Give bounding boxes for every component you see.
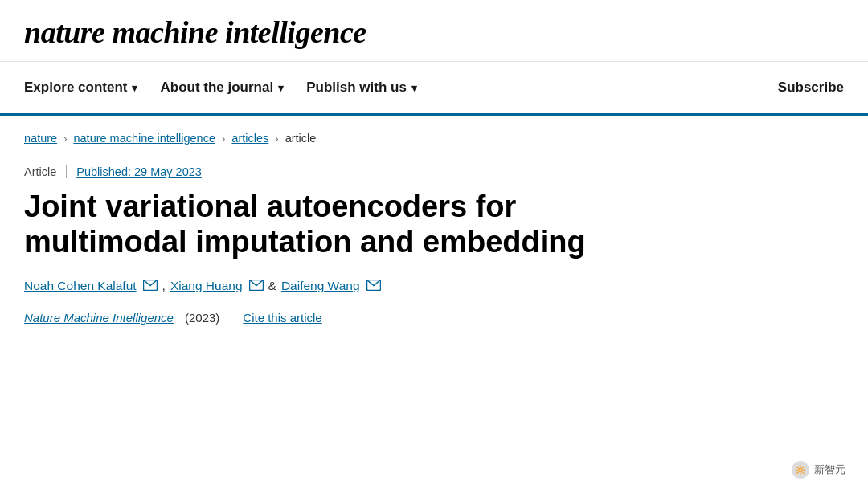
author-3-email-icon[interactable] <box>366 280 381 291</box>
author-separator-1: , <box>162 279 166 293</box>
nav-items: Explore content ▾ About the journal ▾ Pu… <box>24 62 755 113</box>
breadcrumb-nature-machine-intelligence[interactable]: nature machine intelligence <box>73 132 215 145</box>
nav-publish-with-us[interactable]: Publish with us ▾ <box>306 62 440 113</box>
citation-line: Nature Machine Intelligence (2023) Cite … <box>24 311 844 325</box>
meta-divider <box>66 165 67 178</box>
site-header: nature machine intelligence <box>0 0 868 62</box>
chevron-down-icon: ▾ <box>411 82 417 94</box>
watermark-icon: 🔆 <box>792 461 809 479</box>
author-separator-2: & <box>268 279 276 293</box>
breadcrumb: nature › nature machine intelligence › a… <box>0 116 868 153</box>
cite-divider <box>231 312 231 325</box>
citation-year: (2023) <box>185 311 219 325</box>
article-title: Joint variational autoencoders for multi… <box>24 190 683 259</box>
journal-link[interactable]: Nature Machine Intelligence <box>24 311 174 325</box>
breadcrumb-separator-2: › <box>222 133 225 145</box>
author-2-email-icon[interactable] <box>249 280 264 291</box>
watermark-text: 新智元 <box>814 463 845 477</box>
breadcrumb-separator-3: › <box>275 133 278 145</box>
nav-subscribe[interactable]: Subscribe <box>755 62 844 113</box>
author-2[interactable]: Xiang Huang <box>170 279 243 293</box>
article-type: Article <box>24 165 56 178</box>
nav-about-journal[interactable]: About the journal ▾ <box>160 62 306 113</box>
watermark: 🔆 新智元 <box>785 458 852 482</box>
nav-explore-content[interactable]: Explore content ▾ <box>24 62 160 113</box>
chevron-down-icon: ▾ <box>132 82 137 94</box>
author-1[interactable]: Noah Cohen Kalafut <box>24 279 137 293</box>
breadcrumb-separator-1: › <box>63 133 67 145</box>
navbar: Explore content ▾ About the journal ▾ Pu… <box>0 62 868 116</box>
breadcrumb-current: article <box>285 132 317 145</box>
breadcrumb-nature[interactable]: nature <box>24 132 57 145</box>
article-content: Article Published: 29 May 2023 Joint var… <box>0 153 868 349</box>
site-logo[interactable]: nature machine intelligence <box>24 14 844 50</box>
article-meta: Article Published: 29 May 2023 <box>24 165 844 178</box>
breadcrumb-articles[interactable]: articles <box>231 132 268 145</box>
cite-this-article[interactable]: Cite this article <box>243 311 321 325</box>
published-date[interactable]: Published: 29 May 2023 <box>76 165 202 178</box>
author-1-email-icon[interactable] <box>143 280 158 291</box>
chevron-down-icon: ▾ <box>278 82 284 94</box>
author-3[interactable]: Daifeng Wang <box>281 279 360 293</box>
authors-list: Noah Cohen Kalafut , Xiang Huang & Daife… <box>24 279 844 293</box>
